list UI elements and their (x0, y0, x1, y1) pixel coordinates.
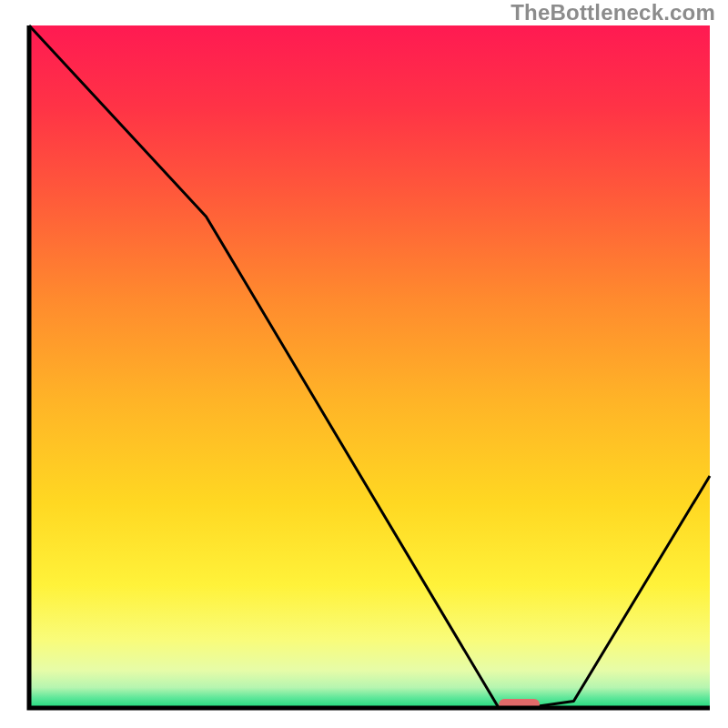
watermark-label: TheBottleneck.com (511, 0, 715, 25)
chart-container: TheBottleneck.com (0, 0, 728, 728)
plot-background (29, 25, 710, 708)
bottleneck-chart (0, 0, 728, 728)
